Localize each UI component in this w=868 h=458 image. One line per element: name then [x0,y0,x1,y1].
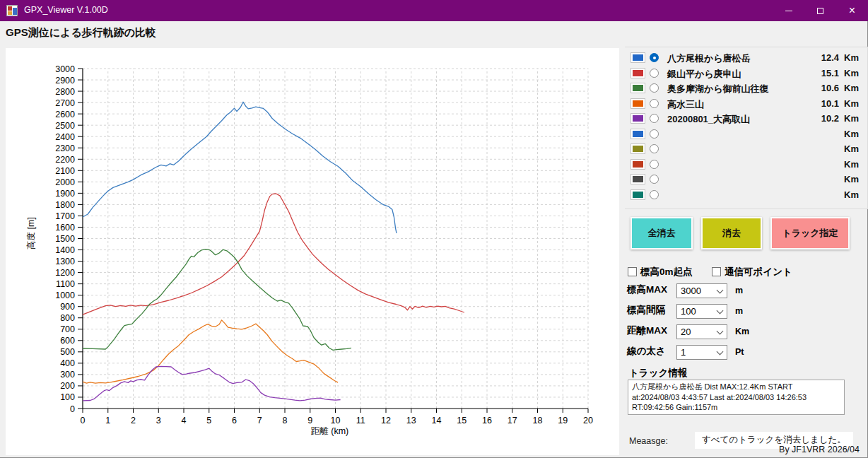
dist-max-unit: Km [735,327,749,336]
track-label: 奥多摩湖から御前山往復 [667,83,769,95]
track-distance: 10.1 [805,98,839,109]
y-tick-label: 1500 [55,234,75,244]
y-tick-label: 2700 [55,98,75,108]
y-tick-label: 1900 [55,189,75,199]
y-tick-label: 200 [60,381,75,391]
y-tick-label: 400 [60,358,75,368]
elev-zero-origin-checkbox[interactable] [628,267,637,276]
app-icon [6,5,18,16]
track-color-swatch [631,99,645,108]
x-tick-label: 4 [182,416,187,425]
x-tick-label: 20 [583,416,593,425]
track-distance-unit: Km [844,143,859,154]
track-radio[interactable] [650,83,659,93]
clear-all-button[interactable]: 全消去 [631,217,693,249]
track-radio[interactable] [650,144,659,153]
chevron-down-icon [717,328,724,335]
y-tick-label: 1800 [55,200,75,210]
track-color-swatch [631,190,645,199]
track-color-swatch [631,144,645,153]
x-tick-label: 10 [331,416,341,425]
elev-max-label: 標高MAX [627,283,667,296]
x-tick-label: 12 [381,416,391,425]
track-radio[interactable] [650,129,659,139]
chart-panel: 0123456789101112131415161718192001002003… [6,48,619,455]
track-label: 20200801_大高取山 [667,113,750,126]
minimize-icon [785,11,792,11]
track-distance-unit: Km [844,113,859,124]
titlebar: GPX_Viewer V.1.00D × [0,0,868,21]
maximize-button[interactable] [804,0,836,21]
minimize-button[interactable] [773,0,804,21]
y-tick-label: 700 [60,324,75,334]
track-color-swatch [631,69,645,78]
x-tick-label: 6 [232,416,237,425]
track-row: Km [625,172,867,188]
x-tick-label: 16 [482,416,492,425]
track-label: 銀山平から庚申山 [667,68,741,81]
y-tick-label: 2800 [55,87,75,97]
chevron-down-icon [717,307,724,315]
y-tick-label: 1700 [55,211,75,221]
y-tick-label: 0 [70,404,75,414]
track-row: 八方尾根から唐松岳12.4Km [625,51,867,66]
y-tick-label: 2400 [55,132,75,142]
track-info-line: 八方尾根から唐松岳 Dist MAX:12.4Km START [632,382,840,392]
track-info-textbox[interactable]: 八方尾根から唐松岳 Dist MAX:12.4Km STARTat:2024/0… [628,380,845,415]
track-row: 銀山平から庚申山15.1Km [625,66,867,82]
elev-interval-select[interactable]: 100 [676,304,727,319]
track-distance-unit: Km [844,52,859,63]
track-radio[interactable] [650,160,659,169]
chart-series-line [83,102,397,233]
track-label: 高水三山 [667,98,704,111]
track-distance-unit: Km [844,174,859,184]
x-axis-label: 距離 (km) [311,426,348,436]
y-tick-label: 500 [60,347,75,357]
track-radio[interactable] [650,190,659,199]
track-color-swatch [631,175,645,184]
y-tick-label: 2100 [55,166,75,176]
x-tick-label: 14 [432,416,442,425]
track-row: Km [625,127,867,143]
track-distance-unit: Km [844,83,859,93]
message-label: Meaasge: [629,436,668,446]
track-distance: 10.6 [805,83,839,93]
x-tick-label: 15 [457,416,467,425]
elev-zero-origin-label: 標高0m起点 [640,266,693,278]
x-tick-label: 17 [508,416,517,425]
track-select-button[interactable]: トラック指定 [770,217,850,249]
elev-max-unit: m [735,286,743,295]
track-distance-unit: Km [844,189,859,200]
track-distance: 12.4 [805,52,839,63]
y-tick-label: 1100 [56,279,75,289]
track-radio[interactable] [650,53,659,62]
track-distance: 10.2 [805,113,839,124]
track-row: 20200801_大高取山10.2Km [625,112,867,127]
track-radio[interactable] [650,69,659,78]
x-tick-label: 18 [533,416,543,425]
y-tick-label: 2900 [55,76,75,86]
x-tick-label: 5 [206,416,211,425]
y-tick-label: 1000 [55,290,75,300]
y-tick-label: 600 [60,336,75,346]
track-radio[interactable] [650,99,659,108]
comm-point-checkbox[interactable] [712,267,721,276]
track-distance-unit: Km [844,68,859,78]
close-button[interactable]: × [836,0,868,21]
chevron-down-icon [717,287,724,294]
track-radio[interactable] [650,114,659,123]
track-row: Km [625,142,867,158]
track-radio[interactable] [650,175,659,184]
track-row: Km [625,158,867,173]
line-width-label: 線の太さ [627,345,666,358]
y-tick-label: 1400 [55,245,75,255]
x-tick-label: 11 [356,416,365,425]
clear-button[interactable]: 消去 [701,217,762,249]
comm-point-label: 通信可ポイント [725,266,792,278]
dist-max-select[interactable]: 20 [676,324,727,339]
elev-interval-label: 標高間隔 [627,304,665,317]
elev-max-select[interactable]: 3000 [676,283,727,298]
window-title: GPX_Viewer V.1.00D [24,5,108,15]
line-width-select[interactable]: 1 [676,345,727,360]
page-title: GPS測位による歩行軌跡の比較 [6,26,156,40]
